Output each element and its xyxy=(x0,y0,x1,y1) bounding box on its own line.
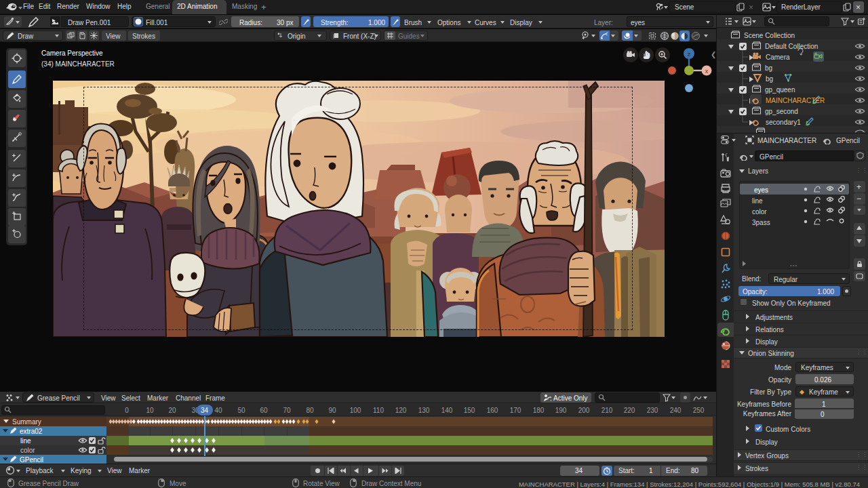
svg-text:x: x xyxy=(705,68,709,75)
svg-text:z: z xyxy=(688,51,691,58)
